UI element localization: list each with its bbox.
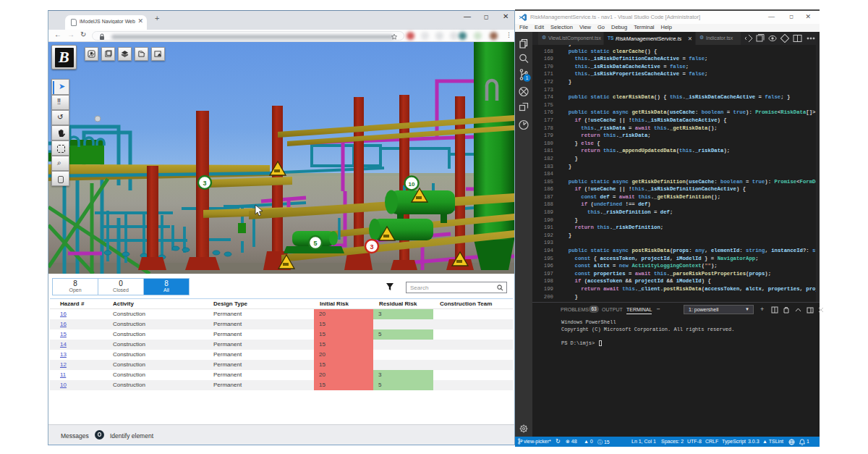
svg-text:5: 5 xyxy=(313,240,317,247)
svg-text:1: 1 xyxy=(526,75,529,80)
svg-text:3: 3 xyxy=(370,243,373,251)
svg-text:10: 10 xyxy=(409,181,415,188)
svg-text:3: 3 xyxy=(203,180,206,187)
